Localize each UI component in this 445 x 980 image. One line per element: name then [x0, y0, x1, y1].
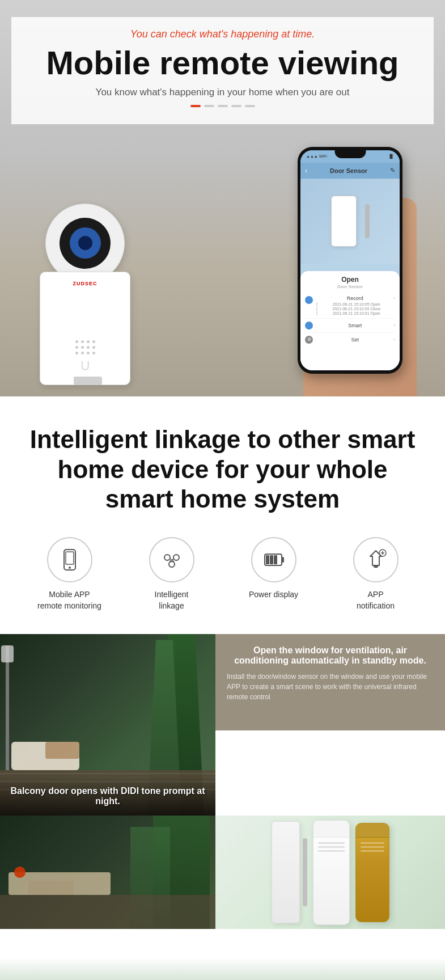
feature-mobile-app: Mobile APPremote monitoring — [27, 537, 112, 611]
phone-signal: ▲▲▲ WiFi — [306, 154, 327, 158]
feature-power-display: Power display — [231, 537, 316, 601]
svg-point-4 — [173, 555, 179, 560]
hand-holding-phone: ▲▲▲ WiFi 23:06 ▐▌ ‹ Door Sensor ✎ — [292, 147, 417, 396]
usecase-left-text: Balcony door opens with DIDI tone prompt… — [9, 786, 206, 806]
app-notification-icon-circle — [353, 537, 399, 582]
linkage-section: Intelligent linkage to other smart home … — [0, 396, 445, 635]
hero-title: Mobile remote viewing — [23, 45, 422, 81]
phone-screen-title: Door Sensor — [330, 167, 367, 174]
svg-point-2 — [69, 567, 71, 569]
hero-images: ZUDSEC — [11, 124, 434, 396]
svg-rect-10 — [266, 555, 269, 564]
ventilation-desc: Install the door/window sensor on the wi… — [227, 671, 434, 702]
phone-icon — [57, 547, 82, 572]
pagination-dot-5[interactable] — [245, 105, 255, 107]
hero-description: You know what's happening in your home w… — [23, 87, 422, 98]
svg-rect-12 — [274, 555, 277, 564]
camera-logo: ZUDSEC — [40, 272, 130, 286]
hero-text-area: You can check what's happening at time. … — [11, 17, 434, 124]
card-subtitle: Door Sensor — [305, 284, 395, 289]
bottom-ac-units — [215, 816, 445, 929]
mobile-app-label: Mobile APPremote monitoring — [37, 589, 101, 611]
battery-icon — [261, 547, 286, 572]
card-title: Open — [305, 276, 395, 284]
usecase-ventilation-info: Open the window for ventilation, air con… — [215, 634, 445, 730]
pagination-dot-1[interactable] — [190, 105, 201, 107]
power-display-label: Power display — [249, 589, 298, 601]
intelligent-linkage-icon-circle — [149, 537, 194, 582]
pagination-dot-2[interactable] — [204, 105, 214, 107]
dots-icon — [159, 547, 184, 572]
feature-intelligent-linkage: Intelligentlinkage — [129, 537, 214, 611]
svg-rect-16 — [374, 565, 378, 568]
hero-pagination — [23, 105, 422, 107]
feature-app-notification: APPnotification — [333, 537, 418, 611]
pagination-dot-4[interactable] — [231, 105, 241, 107]
bottom-outdoor-scene — [0, 816, 215, 929]
intelligent-linkage-label: Intelligentlinkage — [155, 589, 189, 611]
svg-point-5 — [169, 561, 175, 567]
bottom-images-row — [0, 816, 445, 929]
linkage-title: Intelligent linkage to other smart home … — [23, 425, 422, 514]
balcony-overlay: Balcony door opens with DIDI tone prompt… — [0, 777, 215, 816]
ventilation-title: Open the window for ventilation, air con… — [227, 645, 434, 666]
usecase-section: Balcony door opens with DIDI tone prompt… — [0, 634, 445, 816]
usecase-balcony: Balcony door opens with DIDI tone prompt… — [0, 634, 215, 816]
svg-rect-9 — [282, 557, 284, 563]
mobile-app-icon-circle — [47, 537, 92, 582]
hero-section: You can check what's happening at time. … — [0, 0, 445, 396]
notification-icon — [363, 547, 388, 572]
pagination-dot-3[interactable] — [218, 105, 228, 107]
app-notification-label: APPnotification — [357, 589, 395, 611]
svg-point-3 — [164, 555, 170, 560]
features-row: Mobile APPremote monitoring Intelligentl… — [23, 537, 422, 611]
phone-battery: ▐▌ — [388, 154, 394, 158]
camera-device: ZUDSEC — [28, 204, 147, 385]
hero-subtitle: You can check what's happening at time. — [23, 28, 422, 40]
svg-rect-1 — [66, 552, 74, 564]
power-display-icon-circle — [251, 537, 296, 582]
svg-rect-11 — [270, 555, 273, 564]
